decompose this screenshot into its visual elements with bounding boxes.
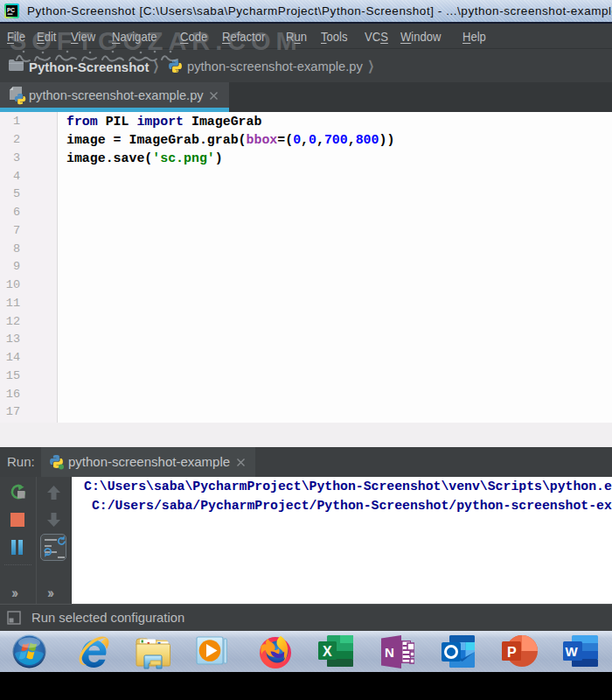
svg-text:W: W (566, 644, 579, 659)
svg-text:N: N (385, 645, 394, 660)
svg-text:X: X (323, 644, 332, 659)
svg-text:P: P (507, 645, 517, 660)
svg-text:PC: PC (7, 7, 15, 13)
